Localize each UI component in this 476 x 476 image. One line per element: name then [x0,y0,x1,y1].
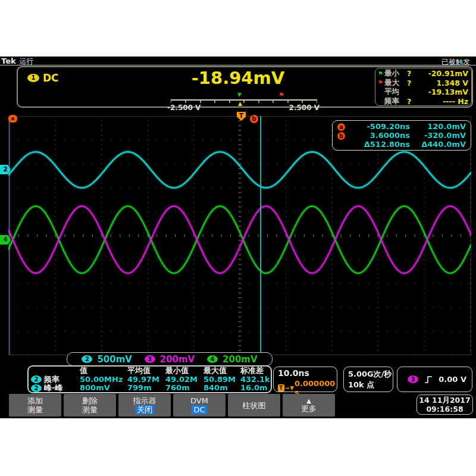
cursor-a-badge: a [337,123,345,131]
freq-label: 频率 [384,96,407,107]
timebase-value: 10.0ns [278,368,337,378]
dvm-scale: ▼ ▲ ⚑ -2.500 V 2.500 V [171,92,317,107]
min-label: 最小 [384,68,407,79]
dvm-readout-box: 1 DC -18.94mV ▼ ▲ ⚑ -2.500 V 2.500 V ⚑ 最… [17,66,473,108]
channel-4-scale[interactable]: 4 200mV [207,354,258,365]
channel-3-scale[interactable]: 3 200mV [145,354,195,365]
max-flag-icon: ⚑ [378,80,384,86]
menu-dvm-label: DVM [190,396,208,405]
dvm-mode-label: DC [43,72,59,84]
menu-histogram-label: 柱状图 [243,401,266,410]
meas-header-stddev: 标准差 [240,367,271,375]
meas-row2-stddev: 16.0m [240,384,271,393]
brand-logo: Tek [1,57,16,65]
cursor-b-volt: -320.0mV [410,131,466,140]
menu-add-line2: 测量 [27,405,43,414]
trigger-source-badge: 3 [408,375,418,383]
cursor-delta-time: Δ512.80ns [350,140,410,149]
menu-more-button[interactable]: ▲ 更多 [283,394,335,416]
menu-indicators-value: 关闭 [135,405,154,414]
dvm-stat-max: ⚑ 最大 ? 1.348 V [378,79,468,88]
meas-row1-channel-badge: 2 [31,375,42,383]
meas-row2-max: 840m [203,384,240,393]
header-divider [0,65,476,65]
max-value: 1.348 V [415,79,468,87]
menu-more-label: 更多 [301,404,317,413]
mean-label: 平均 [384,87,407,97]
dvm-scale-ticks [171,101,317,103]
menu-dvm-button[interactable]: DVM DC [173,394,226,416]
meas-row1-mean: 49.97M [127,375,165,384]
date-value: 14 11月2017 [417,396,472,405]
cursor-delta-row: Δ512.80ns Δ440.0mV [337,140,466,149]
time-value: 09:16:58 [417,405,472,414]
meas-header-min: 最小值 [165,367,203,375]
menu-delete-line1: 删除 [82,396,98,405]
min-flag-icon: ⚑ [378,71,384,77]
dvm-scale-min-label: -2.500 V [167,104,201,112]
meas-header-mean: 平均值 [127,367,165,375]
cursor-readout-box: a -509.20ns 120.0mV b 3.6000ns -320.0mV … [332,120,471,151]
meas-header-max: 最大值 [203,367,240,375]
menu-delete-line2: 测量 [82,405,98,414]
meas-row2-min: 760m [165,384,203,393]
meas-row2-channel-badge: 2 [31,384,42,392]
acquisition-box: 5.00G次/秒 10k 点 [343,367,393,392]
meas-row2-mean: 799m [127,384,165,393]
trigger-level-value: 0.00 V [439,375,466,384]
cursor-delta-volt: Δ440.0mV [410,140,466,149]
meas-row1-min: 49.02M [165,375,203,384]
dvm-source: 1 DC [27,72,59,84]
triangle-down-icon: ▼ [290,385,294,391]
horizontal-settings-box: 10.0ns T → ▼ 0.000000 s [273,367,337,392]
meas-row1-label: 2 频率 [31,375,80,384]
freq-value: ---- Hz [415,97,468,106]
menu-histogram-button[interactable]: 柱状图 [228,394,280,416]
cursor-b-time: 3.6000ns [350,131,410,140]
channel-2-badge: 2 [82,355,92,363]
waveform-canvas [8,116,471,355]
meas-row2-value: 800mV [80,384,127,393]
menu-indicators-label: 指示器 [133,396,156,405]
menu-indicators-button[interactable]: 指示器 关闭 [118,394,171,416]
channel-4-badge: 4 [207,355,218,363]
channel-scale-bar: 2 500mV 3 200mV 4 200mV [67,352,273,366]
cursor-b-line[interactable] [260,116,261,355]
cursor-b-badge: b [337,132,345,140]
cursor-a-volt: 120.0mV [410,122,466,131]
dvm-stat-min: ⚑ 最小 ? -20.91mV [378,69,468,79]
meas-row1-stddev: 432.1k [240,375,271,384]
channel-2-scale-label: 500mV [97,354,132,365]
dvm-max-flag-icon: ⚑ [278,92,284,98]
channel-3-scale-label: 200mV [160,354,195,365]
channel-2-scale[interactable]: 2 500mV [82,354,132,365]
channel-1-badge: 1 [27,74,39,82]
channel-3-badge: 3 [145,355,155,363]
trigger-t-icon: T [278,384,284,392]
dvm-stat-freq: 频率 ? ---- Hz [378,97,468,107]
meas-row2-name: 峰-峰 [44,384,62,393]
min-value: -20.91mV [415,69,468,78]
cursor-b-marker[interactable]: b [250,115,258,123]
mean-value: -19.13mV [415,87,468,96]
arrow-right-icon: → [285,385,290,391]
menu-dvm-value: DC [192,405,206,414]
meas-row1-value: 50.00MHz [80,375,127,384]
meas-row1-max: 50.89M [203,375,240,384]
max-qualifier: ? [407,79,415,87]
cursor-a-offscreen-marker[interactable]: a [8,115,17,123]
min-qualifier: ? [407,69,415,78]
cursor-a-row: a -509.20ns 120.0mV [337,122,466,131]
dvm-min-marker-icon: ▼ [237,92,242,98]
run-status: 运行 [20,57,34,65]
cursor-a-time: -509.20ns [350,122,410,131]
rising-edge-icon [424,375,433,384]
menu-delete-measurement-button[interactable]: 删除 测量 [64,394,116,416]
menu-add-measurement-button[interactable]: 添加 测量 [9,394,61,416]
record-length: 10k 点 [348,380,393,390]
menu-add-line1: 添加 [27,396,43,405]
freq-qualifier: ? [407,97,415,106]
meas-row1-name: 频率 [44,375,60,384]
dvm-scale-max-label: 2.500 V [289,104,320,112]
channel-4-scale-label: 200mV [223,354,258,365]
